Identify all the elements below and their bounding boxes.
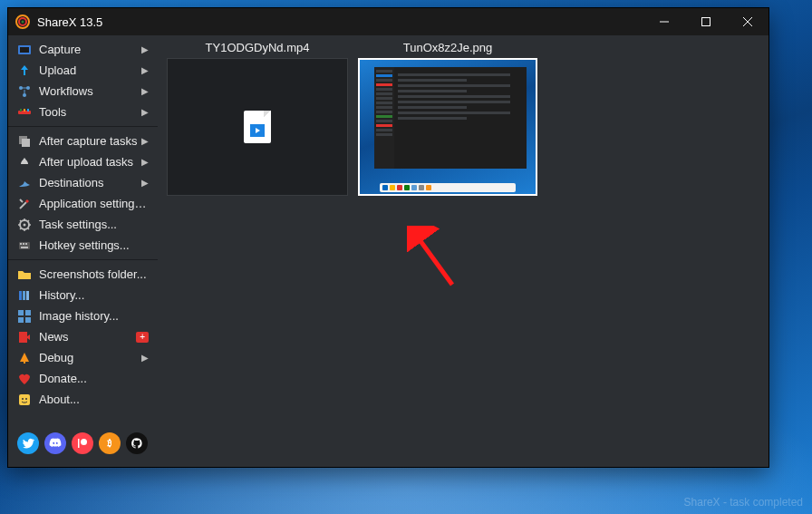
sidebar-item-upload[interactable]: Upload ▶ [8,60,158,81]
svg-rect-27 [26,291,29,300]
sidebar-item-hotkey-settings[interactable]: Hotkey settings... [8,235,158,256]
sidebar-item-label: Screenshots folder... [39,267,149,281]
svg-point-36 [81,439,87,445]
separator [8,126,158,127]
sidebar-item-label: News [39,330,132,344]
status-hint: ShareX - task completed [684,496,803,509]
capture-icon [17,43,32,57]
svg-rect-31 [25,317,31,323]
sidebar-item-label: History... [39,288,149,302]
discord-icon[interactable] [44,432,66,454]
svg-rect-4 [702,18,710,26]
submenu-arrow-icon: ▶ [141,86,149,96]
file-item[interactable]: TunOx8z2Je.png [357,41,538,196]
svg-text:₿: ₿ [107,439,111,448]
submenu-arrow-icon: ▶ [141,107,149,117]
sidebar-item-news[interactable]: News + [8,326,158,347]
sidebar-item-about[interactable]: About... [8,389,158,410]
svg-rect-26 [23,291,25,300]
bitcoin-icon[interactable]: ₿ [99,432,121,454]
svg-rect-33 [19,394,30,405]
sidebar-item-after-upload[interactable]: After upload tasks ▶ [8,151,158,172]
app-title: ShareX 13.5 [37,15,102,29]
svg-rect-21 [20,243,22,245]
history-icon [17,288,32,303]
sidebar-item-label: Workflows [39,84,141,98]
debug-icon [17,351,32,365]
file-item[interactable]: TY1ODGDyNd.mp4 [167,41,348,196]
sidebar-item-history[interactable]: History... [8,285,158,305]
sidebar-item-label: Tools [39,105,141,119]
svg-rect-17 [22,139,30,147]
sidebar-item-after-capture[interactable]: After capture tasks ▶ [8,131,158,151]
tools-icon [17,105,32,120]
svg-rect-23 [25,243,27,245]
news-badge: + [136,332,149,343]
sidebar-item-capture[interactable]: Capture ▶ [8,39,158,60]
task-settings-icon [17,218,32,232]
sidebar-item-task-settings[interactable]: Task settings... [8,214,158,235]
app-settings-icon [17,197,32,211]
about-icon [17,393,32,407]
sidebar-item-label: Image history... [39,309,149,323]
sidebar-item-screenshots-folder[interactable]: Screenshots folder... [8,264,158,285]
svg-rect-24 [21,247,28,248]
file-name: TY1ODGDyNd.mp4 [167,41,348,54]
sidebar-item-label: After capture tasks [39,134,141,148]
folder-icon [17,267,32,282]
titlebar[interactable]: ShareX 13.5 [8,8,768,35]
submenu-arrow-icon: ▶ [141,157,149,167]
submenu-arrow-icon: ▶ [141,65,149,75]
svg-rect-28 [18,310,24,315]
svg-rect-15 [27,109,29,112]
github-icon[interactable] [126,432,148,454]
sidebar-item-label: Task settings... [39,218,149,231]
sidebar-item-label: Destinations [39,176,141,189]
sidebar-item-destinations[interactable]: Destinations ▶ [8,172,158,193]
minimize-button[interactable] [643,8,685,35]
svg-rect-32 [24,362,25,364]
sidebar-item-label: Donate... [39,372,149,385]
sharex-window: ShareX 13.5 Capture ▶ Upload ▶ [7,7,769,468]
sidebar-item-app-settings[interactable]: Application settings... [8,193,158,214]
submenu-arrow-icon: ▶ [141,136,149,146]
image-preview [358,58,537,196]
svg-line-39 [416,235,452,285]
sidebar-item-label: Application settings... [39,197,149,210]
sidebar-item-donate[interactable]: Donate... [8,368,158,389]
svg-rect-14 [24,109,25,112]
hotkey-settings-icon [17,238,32,253]
sidebar-item-label: After upload tasks [39,155,141,169]
sidebar-item-image-history[interactable]: Image history... [8,305,158,326]
annotation-arrow [407,226,461,289]
file-thumbnail[interactable] [167,58,348,196]
svg-rect-30 [18,317,24,323]
upload-icon [17,63,32,78]
sidebar-item-label: Upload [39,63,141,77]
sidebar-item-label: About... [39,393,149,406]
sidebar-item-debug[interactable]: Debug ▶ [8,347,158,368]
svg-rect-25 [19,291,22,300]
file-name: TunOx8z2Je.png [357,41,538,54]
close-button[interactable] [727,8,768,35]
file-thumbnail[interactable] [357,58,538,196]
sidebar-item-label: Debug [39,351,141,364]
sidebar-item-workflows[interactable]: Workflows ▶ [8,81,158,102]
svg-point-2 [22,21,24,24]
donate-icon [17,372,32,386]
submenu-arrow-icon: ▶ [141,178,149,188]
sidebar: Capture ▶ Upload ▶ Workflows ▶ Tools ▶ [8,35,158,467]
destinations-icon [17,176,32,190]
file-list[interactable]: TY1ODGDyNd.mp4 TunOx8z2Je.png [158,35,768,467]
sidebar-item-label: Hotkey settings... [39,238,149,252]
patreon-icon[interactable] [72,432,93,454]
separator [8,259,158,260]
svg-point-19 [24,223,26,226]
social-links: ₿ [8,425,158,463]
submenu-arrow-icon: ▶ [141,44,149,54]
maximize-button[interactable] [685,8,727,35]
svg-point-35 [25,398,27,400]
twitter-icon[interactable] [17,432,39,454]
image-history-icon [17,309,32,324]
sidebar-item-tools[interactable]: Tools ▶ [8,102,158,122]
